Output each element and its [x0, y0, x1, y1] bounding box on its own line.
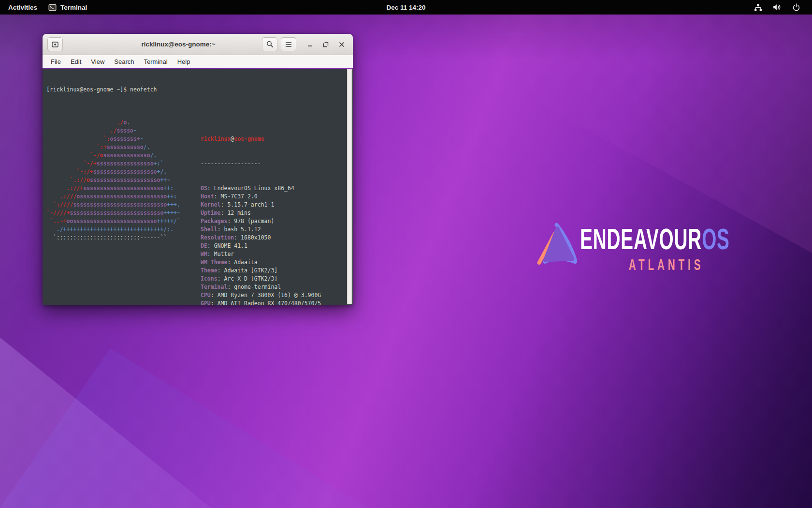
headerbar[interactable]: ricklinux@eos-gnome:~: [43, 34, 353, 55]
info-line: WM Theme: Adwaita: [201, 258, 321, 267]
info-line: Icons: Arc-X-D [GTK2/3]: [201, 275, 321, 283]
command-line: [ricklinux@eos-gnome ~]$ neofetch: [46, 86, 353, 94]
terminal-screen[interactable]: [ricklinux@eos-gnome ~]$ neofetch ./o. .…: [43, 69, 353, 305]
menu-bar: FileEditViewSearchTerminalHelp: [43, 55, 353, 68]
info-line: Resolution: 812x508: [201, 234, 321, 242]
endeavouros-wordmark: ENDEAVOUROS: [580, 224, 705, 254]
minimize-button[interactable]: [304, 38, 316, 51]
info-line: Packages: 978 (pacman): [201, 217, 321, 225]
neofetch-ascii-logo: ./o. ./sssso- `:osssssss+- `:+ssssssssss…: [46, 119, 201, 305]
wallpaper-facet-light: [0, 300, 271, 508]
info-line: CPU: AMD Ryzen 7 3800X (16) @ 3.900G: [201, 291, 321, 299]
wallpaper-facet-dark: [0, 348, 367, 508]
info-line: Theme: Adwaita [GTK2/3]: [201, 267, 321, 275]
maximize-icon: [323, 42, 329, 47]
info-line: Terminal: gnome-terminal: [201, 283, 321, 291]
scrollbar-thumb[interactable]: [348, 70, 351, 304]
minimize-icon: [307, 42, 313, 47]
endeavouros-logo: ENDEAVOUROS ATLANTIS: [535, 219, 725, 268]
entered-command: neofetch: [130, 86, 157, 93]
info-line: Host: MS-7C37 2.0: [201, 193, 321, 201]
clock[interactable]: Dec 11 14:20: [0, 4, 812, 11]
search-icon: [266, 41, 274, 48]
neofetch-output: ./o. ./sssso- `:osssssss+- `:+ssssssssss…: [46, 119, 353, 305]
info-line: DE: GNOME 41.1: [201, 242, 321, 250]
info-line: Shell: bash 5.1.12: [201, 225, 321, 234]
hamburger-menu-button[interactable]: [281, 37, 296, 51]
neofetch-title: ricklinux@eos-gnome: [201, 135, 321, 143]
menu-view[interactable]: View: [86, 56, 109, 67]
brand-os-text: OS: [702, 223, 730, 255]
shell-prompt: [ricklinux@eos-gnome ~]$: [46, 86, 130, 93]
window-title: ricklinux@eos-gnome:~: [101, 41, 256, 48]
info-line: Kernel: 5.15.7-arch1-1: [201, 201, 321, 209]
system-status-area[interactable]: [754, 3, 812, 12]
menu-search[interactable]: Search: [109, 56, 139, 67]
neofetch-info: ricklinux@eos-gnome ------------------ O…: [201, 119, 321, 305]
username: ricklinux: [201, 135, 231, 142]
new-tab-button[interactable]: [47, 37, 63, 51]
neofetch-underline: ------------------: [201, 160, 321, 168]
wired-network-icon: [754, 3, 762, 12]
gnome-top-bar: Activities Terminal Dec 11 14:20: [0, 0, 812, 15]
info-line: Uptime: 12 mins: [201, 209, 321, 217]
hamburger-icon: [285, 42, 292, 47]
menu-edit[interactable]: Edit: [66, 56, 86, 67]
terminal-scrollbar[interactable]: [347, 69, 352, 304]
info-line: OS: EndeavourOS Linux x86_64: [201, 184, 321, 193]
maximize-button[interactable]: [319, 38, 332, 51]
info-line: WM: Mutter: [201, 250, 321, 258]
menu-terminal[interactable]: Terminal: [139, 56, 173, 67]
menu-help[interactable]: Help: [173, 56, 195, 67]
brand-text: ENDEAVOUR: [580, 223, 702, 255]
new-tab-icon: [52, 41, 59, 48]
neofetch-info-lines: OS: EndeavourOS Linux x86_64Host: MS-7C3…: [201, 184, 321, 305]
volume-icon: [773, 3, 782, 11]
close-button[interactable]: [335, 38, 348, 51]
close-icon: [339, 42, 345, 47]
endeavouros-rocket-icon: [535, 219, 577, 268]
power-icon: [792, 3, 800, 12]
menu-file[interactable]: File: [46, 56, 66, 67]
edition-name: ATLANTIS: [580, 255, 704, 274]
search-button[interactable]: [262, 37, 277, 51]
hostname: eos-gnome: [234, 135, 264, 142]
info-line: GPU: AMD ATI Radeon RX 470/480/570/5: [201, 299, 321, 305]
terminal-window: ricklinux@eos-gnome:~: [43, 34, 353, 305]
